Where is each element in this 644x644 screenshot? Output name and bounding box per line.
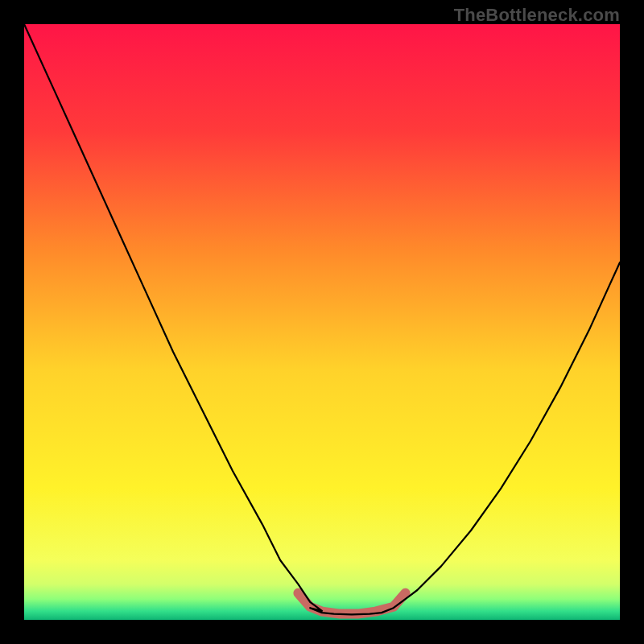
curve-layer — [24, 24, 620, 620]
watermark-text: TheBottleneck.com — [454, 5, 620, 26]
chart-frame: TheBottleneck.com — [0, 0, 644, 644]
bottleneck-curve — [24, 24, 620, 614]
plot-area — [24, 24, 620, 620]
valley-accent-curve — [298, 593, 405, 614]
